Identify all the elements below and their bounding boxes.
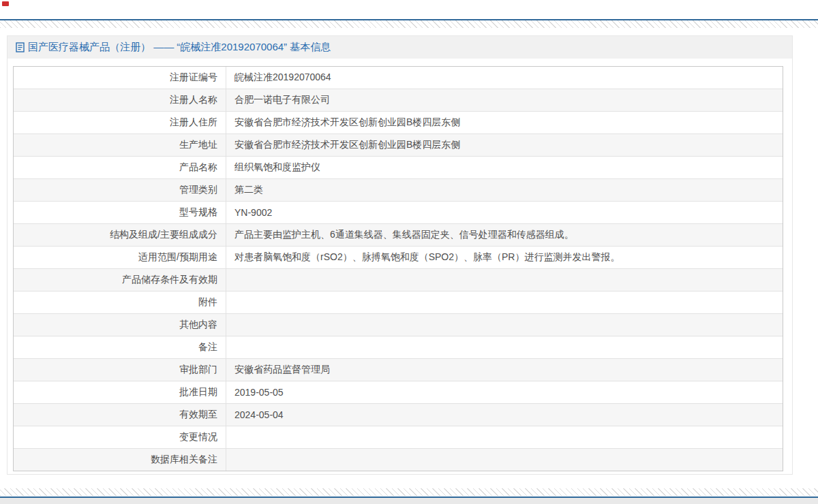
row-label: 变更情况	[14, 426, 226, 448]
table-row: 结构及组成/主要组成成分产品主要由监护主机、6通道集线器、集线器固定夹、信号处理…	[14, 224, 783, 247]
table-row: 备注	[14, 336, 783, 359]
row-value: 组织氧饱和度监护仪	[226, 157, 783, 178]
row-value: YN-9002	[226, 202, 783, 223]
table-row: 有效期至2024-05-04	[14, 404, 783, 426]
table-row: 适用范围/预期用途对患者脑氧饱和度（rSO2）、脉搏氧饱和度（SPO2）、脉率（…	[14, 247, 783, 269]
row-label: 注册证编号	[14, 67, 226, 89]
table-row: 其他内容	[14, 314, 783, 336]
table-row: 注册人住所安徽省合肥市经济技术开发区创新创业园B楼四层东侧	[14, 112, 783, 134]
row-label: 注册人住所	[14, 112, 226, 133]
row-label: 产品名称	[14, 157, 226, 178]
row-value: 安徽省合肥市经济技术开发区创新创业园B楼四层东侧	[226, 112, 783, 133]
row-value	[226, 292, 783, 313]
row-label: 备注	[14, 336, 226, 358]
table-row: 附件	[14, 292, 783, 314]
row-label: 适用范围/预期用途	[14, 247, 226, 268]
row-label: 结构及组成/主要组成成分	[14, 224, 226, 246]
row-value: 产品主要由监护主机、6通道集线器、集线器固定夹、信号处理器和传感器组成。	[226, 224, 783, 246]
row-label: 批准日期	[14, 381, 226, 403]
row-value: 第二类	[226, 179, 783, 201]
row-label: 管理类别	[14, 179, 226, 201]
table-row: 数据库相关备注	[14, 449, 783, 471]
row-value	[226, 449, 783, 471]
bottom-hatch-band	[0, 488, 818, 496]
row-value: 对患者脑氧饱和度（rSO2）、脉搏氧饱和度（SPO2）、脉率（PR）进行监测并发…	[226, 247, 783, 268]
table-row: 审批部门安徽省药品监督管理局	[14, 359, 783, 381]
row-label: 附件	[14, 292, 226, 313]
row-label: 其他内容	[14, 314, 226, 336]
row-value	[226, 314, 783, 336]
row-label: 审批部门	[14, 359, 226, 381]
panel-header: 国产医疗器械产品（注册） —— “皖械注准20192070064” 基本信息	[7, 36, 792, 59]
row-label: 有效期至	[14, 404, 226, 426]
row-value: 2019-05-05	[226, 381, 783, 403]
table-row: 型号规格YN-9002	[14, 202, 783, 224]
top-hatch-band	[0, 20, 818, 28]
table-row: 产品名称组织氧饱和度监护仪	[14, 157, 783, 179]
row-label: 产品储存条件及有效期	[14, 269, 226, 291]
row-label: 注册人名称	[14, 89, 226, 111]
row-value	[226, 426, 783, 448]
content-panel: 国产医疗器械产品（注册） —— “皖械注准20192070064” 基本信息 注…	[7, 35, 793, 475]
table-row: 注册人名称合肥一诺电子有限公司	[14, 89, 783, 112]
document-icon	[16, 42, 25, 52]
table-row: 生产地址安徽省合肥市经济技术开发区创新创业园B楼四层东侧	[14, 134, 783, 157]
page-title: 国产医疗器械产品（注册） —— “皖械注准20192070064” 基本信息	[28, 41, 331, 54]
table-row: 注册证编号皖械注准20192070064	[14, 67, 783, 89]
table-row: 批准日期2019-05-05	[14, 381, 783, 404]
info-table: 注册证编号皖械注准20192070064注册人名称合肥一诺电子有限公司注册人住所…	[13, 66, 783, 471]
row-label: 数据库相关备注	[14, 449, 226, 471]
row-value: 安徽省药品监督管理局	[226, 359, 783, 381]
row-value: 安徽省合肥市经济技术开发区创新创业园B楼四层东侧	[226, 134, 783, 156]
row-value: 2024-05-04	[226, 404, 783, 426]
row-value	[226, 336, 783, 358]
bottom-gray-strip	[0, 498, 818, 504]
red-mark	[2, 1, 9, 6]
table-row: 产品储存条件及有效期	[14, 269, 783, 292]
row-value: 皖械注准20192070064	[226, 67, 783, 89]
table-row: 管理类别第二类	[14, 179, 783, 202]
row-label: 型号规格	[14, 202, 226, 223]
row-label: 生产地址	[14, 134, 226, 156]
row-value	[226, 269, 783, 291]
table-row: 变更情况	[14, 426, 783, 449]
row-value: 合肥一诺电子有限公司	[226, 89, 783, 111]
